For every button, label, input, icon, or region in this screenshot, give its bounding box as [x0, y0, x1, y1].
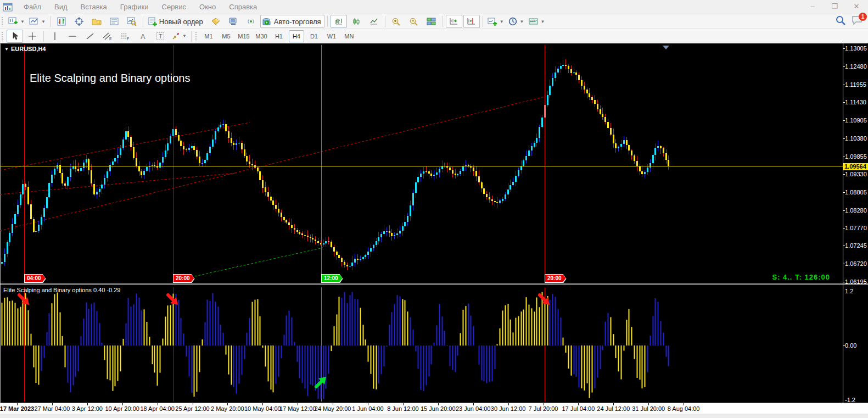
toolbar-separator [191, 31, 192, 42]
tf-h4-button[interactable]: H4 [289, 30, 304, 42]
price-axis-label: 1.13005 [845, 45, 868, 52]
new-order-icon [148, 17, 158, 26]
time-axis-label: 8 Jun 12:00 [387, 405, 419, 412]
navigator-button[interactable] [88, 15, 105, 28]
zoom-in-button[interactable] [388, 15, 405, 28]
minimize-button[interactable]: – [804, 1, 821, 12]
time-axis-label: 17 Jul 04:00 [562, 405, 595, 412]
time-axis[interactable]: 17 Mar 202327 Mar 04:003 Apr 12:0010 Apr… [0, 403, 868, 414]
tf-m1-button[interactable]: M1 [201, 30, 216, 42]
vline-time-tag[interactable]: 20:00 [173, 274, 195, 283]
vline-time-tag[interactable]: 12:00 [321, 274, 343, 283]
folder-star-icon [92, 17, 102, 26]
indicators-button[interactable]: ▼ [486, 15, 506, 28]
menu-charts[interactable]: Графики [114, 1, 155, 13]
auto-scroll-button[interactable] [446, 15, 462, 28]
horizontal-line-icon [68, 32, 77, 41]
toolbar-separator [483, 16, 483, 27]
vline-time-tag[interactable]: 04:00 [24, 274, 46, 283]
tf-mn-button[interactable]: MN [341, 30, 357, 42]
time-axis-label: 31 Jul 20:00 [632, 405, 665, 412]
cursor-button[interactable] [7, 30, 23, 43]
vline-time-tag[interactable]: 20:00 [545, 274, 567, 283]
chart-canvas[interactable] [0, 43, 868, 413]
time-axis-tick [17, 403, 18, 405]
bar-chart-type-button[interactable] [331, 15, 347, 28]
line-chart-type-button[interactable] [366, 15, 382, 28]
candle-wicks [2, 59, 669, 270]
menu-help[interactable]: Справка [222, 1, 264, 13]
crosshair-icon [75, 17, 83, 26]
channel-icon: E [103, 32, 113, 41]
time-axis-label: 10 May 04:00 [244, 405, 281, 412]
strategy-tester-button[interactable] [124, 15, 140, 28]
trendlines[interactable] [0, 97, 545, 278]
toolbar-grip[interactable] [195, 31, 198, 41]
close-button[interactable]: ✕ [848, 1, 865, 12]
text-button[interactable]: A [135, 30, 151, 43]
line-chart-icon [369, 17, 378, 26]
metaeditor-button[interactable] [208, 15, 224, 28]
time-axis-label: 27 Mar 04:00 [34, 405, 70, 412]
price-axis-label: 1.09330 [845, 171, 868, 177]
toolbar-grip[interactable] [1, 31, 4, 41]
text-icon: A [138, 32, 147, 41]
price-axis-label: 1.10905 [845, 117, 868, 124]
tf-d1-button[interactable]: D1 [306, 30, 322, 42]
new-chart-button[interactable]: ▼ [7, 15, 26, 28]
fibonacci-button[interactable]: F [117, 30, 133, 43]
zoom-in-icon [391, 17, 401, 26]
tf-m30-button[interactable]: M30 [254, 30, 269, 42]
horizontal-line-button[interactable] [64, 30, 81, 43]
notifications-button[interactable]: 1 [852, 15, 864, 26]
tf-h1-button[interactable]: H1 [271, 30, 287, 42]
text-label-button[interactable]: T [152, 30, 169, 43]
menu-tools[interactable]: Сервис [155, 1, 193, 13]
signals-button[interactable] [243, 15, 259, 28]
menu-window[interactable]: Окно [193, 1, 222, 13]
toolbar-grip[interactable] [1, 16, 4, 26]
data-window-button[interactable] [71, 15, 87, 28]
crosshair-button[interactable] [24, 30, 41, 43]
time-axis-tick [298, 403, 298, 405]
equidistant-channel-button[interactable]: E [99, 30, 116, 43]
time-axis-tick [158, 403, 158, 405]
time-axis-tick [473, 403, 474, 405]
time-axis-tick [648, 403, 649, 405]
options-button[interactable] [225, 15, 242, 28]
arrows-tool-button[interactable]: ▼ [170, 30, 188, 43]
toolbar-separator [43, 31, 44, 42]
auto-trading-button[interactable]: Авто-торговля [260, 15, 324, 28]
candlestick-chart-type-button[interactable] [348, 15, 365, 28]
restore-button[interactable]: ❐ [826, 1, 843, 12]
tile-windows-button[interactable] [423, 15, 440, 28]
search-icon[interactable] [835, 15, 846, 26]
menu-view[interactable]: Вид [48, 1, 74, 13]
zoom-out-button[interactable] [406, 15, 422, 28]
menu-file[interactable]: Файл [17, 1, 48, 13]
templates-button[interactable]: ▼ [527, 15, 547, 28]
periods-button[interactable]: ▼ [507, 15, 526, 28]
terminal-button[interactable] [106, 15, 122, 28]
chart-shift-button[interactable] [463, 15, 480, 28]
auto-trading-label: Авто-торговля [274, 18, 323, 26]
new-order-button[interactable]: Новый ордер [146, 15, 206, 28]
vertical-line-button[interactable] [47, 30, 63, 43]
chart-symbol-label: ▼ EURUSD,H4 [4, 46, 46, 52]
time-axis-tick [87, 403, 88, 405]
toolbar-separator [443, 16, 443, 27]
tf-m15-button[interactable]: M15 [236, 30, 251, 42]
profiles-button[interactable]: ▼ [27, 15, 47, 28]
tf-w1-button[interactable]: W1 [324, 30, 339, 42]
vertical-lines[interactable] [25, 45, 545, 402]
svg-text:E: E [109, 37, 112, 41]
time-axis-label: 23 Jun 04:00 [456, 405, 491, 412]
market-watch-button[interactable] [53, 15, 70, 28]
standard-toolbar: ▼ ▼ Новый ордер [0, 14, 868, 29]
metaeditor-icon [211, 17, 221, 26]
tf-m5-button[interactable]: M5 [219, 30, 234, 42]
trendline-button[interactable] [82, 30, 98, 43]
price-axis-label: 1.08280 [845, 207, 868, 214]
chevron-down-icon: ▼ [20, 19, 25, 24]
menu-insert[interactable]: Вставка [74, 1, 114, 13]
